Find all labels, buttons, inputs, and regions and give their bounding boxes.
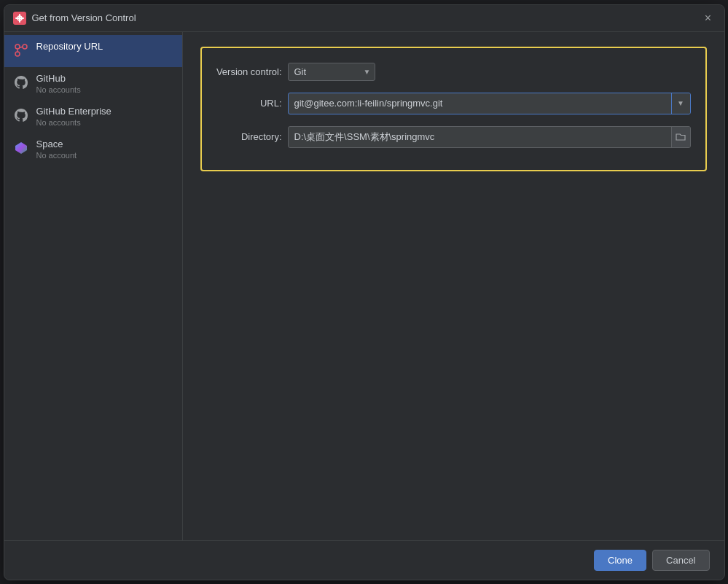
github-icon <box>13 74 29 90</box>
version-control-wrapper: Git Mercurial Subversion ▼ <box>288 63 691 81</box>
sidebar-github-sublabel: No accounts <box>36 85 81 94</box>
url-label: URL: <box>216 98 282 109</box>
dialog-title: Get from Version Control <box>32 12 136 23</box>
url-dropdown-button[interactable]: ▼ <box>671 93 690 114</box>
version-control-label: Version control: <box>216 66 282 77</box>
main-content: Version control: Git Mercurial Subversio… <box>183 32 724 540</box>
sidebar-github-label: GitHub <box>36 73 81 84</box>
dialog-footer: Clone Cancel <box>4 540 724 580</box>
directory-label: Directory: <box>216 131 282 142</box>
directory-row: Directory: <box>216 126 691 148</box>
version-control-select[interactable]: Git Mercurial Subversion <box>288 63 375 81</box>
sidebar-github-enterprise-sublabel: No accounts <box>36 118 111 127</box>
sidebar-item-repository-url[interactable]: Repository URL <box>4 35 182 67</box>
title-bar-left: Get from Version Control <box>13 12 136 25</box>
form-panel: Version control: Git Mercurial Subversio… <box>200 47 707 171</box>
space-icon <box>13 140 29 156</box>
sidebar-item-github-enterprise[interactable]: GitHub Enterprise No accounts <box>4 100 182 133</box>
url-input-wrapper: ▼ <box>288 93 691 114</box>
version-control-row: Version control: Git Mercurial Subversio… <box>216 63 691 81</box>
sidebar-item-github[interactable]: GitHub No accounts <box>4 67 182 100</box>
svg-point-2 <box>15 44 20 49</box>
dialog-title-icon <box>13 12 26 25</box>
sidebar-github-enterprise-label: GitHub Enterprise <box>36 106 111 117</box>
version-control-select-wrapper: Git Mercurial Subversion ▼ <box>288 63 375 81</box>
title-bar: Get from Version Control × <box>4 5 724 32</box>
get-from-vcs-dialog: Get from Version Control × Repos <box>4 4 725 580</box>
dialog-body: Repository URL GitHub No accounts <box>4 32 724 540</box>
directory-input[interactable] <box>289 128 671 146</box>
browse-button[interactable] <box>671 127 690 147</box>
svg-point-4 <box>23 44 27 49</box>
sidebar-space-sublabel: No account <box>36 151 77 160</box>
vcs-icon <box>13 42 29 58</box>
sidebar-repository-url-text: Repository URL <box>36 41 103 52</box>
url-input[interactable] <box>289 94 671 112</box>
cancel-button[interactable]: Cancel <box>652 550 709 571</box>
clone-button[interactable]: Clone <box>594 550 646 571</box>
sidebar-repository-url-label: Repository URL <box>36 41 103 52</box>
close-button[interactable]: × <box>701 11 716 26</box>
sidebar-github-text: GitHub No accounts <box>36 73 81 94</box>
sidebar-github-enterprise-text: GitHub Enterprise No accounts <box>36 106 111 127</box>
sidebar-space-label: Space <box>36 139 77 149</box>
sidebar-space-text: Space No account <box>36 139 77 160</box>
svg-point-3 <box>15 52 20 56</box>
url-row: URL: ▼ <box>216 93 691 114</box>
sidebar: Repository URL GitHub No accounts <box>4 32 183 540</box>
directory-input-wrapper <box>288 126 691 148</box>
sidebar-item-space[interactable]: Space No account <box>4 133 182 166</box>
github-enterprise-icon <box>13 107 29 123</box>
